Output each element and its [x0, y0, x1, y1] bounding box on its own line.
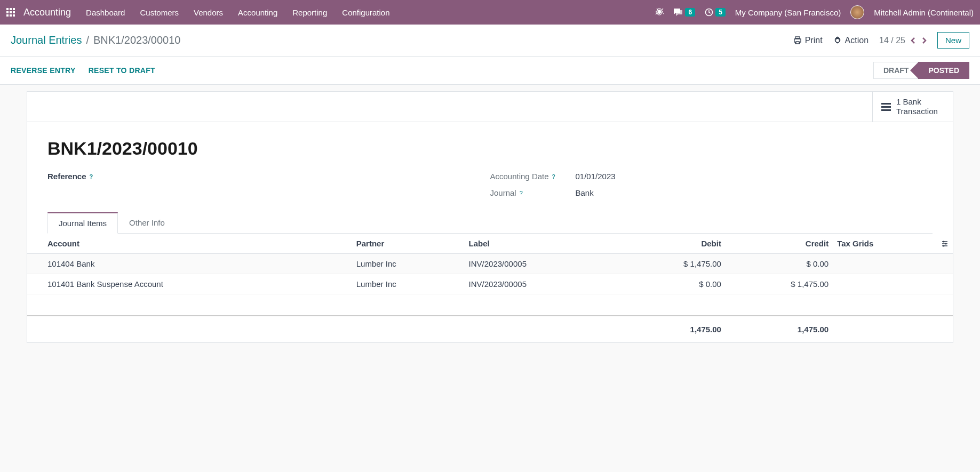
nav-reporting[interactable]: Reporting	[292, 8, 327, 17]
journal-label: Journal?	[490, 188, 576, 197]
svg-point-4	[943, 245, 945, 246]
app-name[interactable]: Accounting	[23, 7, 71, 18]
svg-point-3	[945, 243, 947, 244]
nav-accounting[interactable]: Accounting	[238, 8, 277, 17]
status-bar: REVERSE ENTRY RESET TO DRAFT DRAFT POSTE…	[0, 57, 980, 85]
nav-configuration[interactable]: Configuration	[342, 8, 389, 17]
journal-value[interactable]: Bank	[576, 188, 594, 197]
print-label: Print	[805, 36, 823, 45]
breadcrumb-parent[interactable]: Journal Entries	[11, 34, 82, 46]
journal-items-table: Account Partner Label Debit Credit Tax G…	[27, 234, 953, 342]
pager-prev[interactable]	[911, 37, 916, 44]
cell-tax	[833, 274, 937, 294]
columns-adjust-icon[interactable]	[937, 234, 953, 254]
messages-badge: 6	[685, 8, 695, 17]
nav-customers[interactable]: Customers	[140, 8, 179, 17]
messages-icon[interactable]: 6	[673, 8, 695, 17]
cell-label: INV/2023/00005	[465, 274, 618, 294]
help-icon[interactable]: ?	[520, 190, 523, 196]
reset-to-draft-button[interactable]: RESET TO DRAFT	[89, 66, 155, 75]
col-account: Account	[27, 234, 352, 254]
total-debit: 1,475.00	[618, 316, 726, 342]
nav-menu: Dashboard Customers Vendors Accounting R…	[86, 8, 389, 17]
activity-badge: 5	[715, 8, 726, 17]
help-icon[interactable]: ?	[552, 173, 555, 180]
help-icon[interactable]: ?	[90, 173, 93, 180]
pager-text: 14 / 25	[879, 36, 905, 45]
user-menu[interactable]: Mitchell Admin (Continental)	[874, 8, 974, 17]
breadcrumb-bar: Journal Entries / BNK1/2023/00010 Print …	[0, 25, 980, 57]
bank-transaction-button[interactable]: 1 Bank Transaction	[872, 92, 953, 122]
reverse-entry-button[interactable]: REVERSE ENTRY	[11, 66, 76, 75]
record-title: BNK1/2023/00010	[47, 138, 933, 159]
cell-partner: Lumber Inc	[352, 274, 465, 294]
cell-debit: $ 1,475.00	[618, 254, 726, 274]
col-partner: Partner	[352, 234, 465, 254]
table-row[interactable]: 101404 Bank Lumber Inc INV/2023/00005 $ …	[27, 254, 953, 274]
accounting-date-value[interactable]: 01/01/2023	[576, 172, 616, 181]
action-button[interactable]: Action	[833, 36, 869, 45]
debug-icon[interactable]	[655, 8, 664, 17]
cell-label: INV/2023/00005	[465, 254, 618, 274]
avatar[interactable]	[850, 5, 864, 19]
reference-label: Reference?	[47, 172, 133, 181]
cell-debit: $ 0.00	[618, 274, 726, 294]
status-posted[interactable]: POSTED	[918, 62, 969, 79]
bank-transaction-label: 1 Bank Transaction	[896, 97, 944, 116]
accounting-date-label: Accounting Date?	[490, 172, 576, 181]
pager-next[interactable]	[921, 37, 927, 44]
cell-credit: $ 0.00	[726, 254, 833, 274]
nav-vendors[interactable]: Vendors	[194, 8, 223, 17]
apps-icon[interactable]	[6, 8, 15, 17]
svg-point-2	[943, 241, 945, 242]
breadcrumb-current: BNK1/2023/00010	[93, 34, 180, 46]
col-debit: Debit	[618, 234, 726, 254]
total-credit: 1,475.00	[726, 316, 833, 342]
svg-point-0	[658, 10, 661, 14]
list-icon	[881, 103, 891, 111]
action-label: Action	[845, 36, 869, 45]
cell-tax	[833, 254, 937, 274]
status-pills: DRAFT POSTED	[873, 62, 969, 79]
breadcrumb-sep: /	[86, 34, 89, 46]
tab-other-info[interactable]: Other Info	[118, 212, 176, 234]
table-row[interactable]: 101401 Bank Suspense Account Lumber Inc …	[27, 274, 953, 294]
tab-journal-items[interactable]: Journal Items	[47, 212, 118, 234]
main-navbar: Accounting Dashboard Customers Vendors A…	[0, 0, 980, 25]
company-selector[interactable]: My Company (San Francisco)	[735, 8, 841, 17]
activity-icon[interactable]: 5	[705, 8, 726, 17]
cell-credit: $ 1,475.00	[726, 274, 833, 294]
nav-dashboard[interactable]: Dashboard	[86, 8, 125, 17]
col-tax-grids: Tax Grids	[833, 234, 937, 254]
cell-account: 101401 Bank Suspense Account	[27, 274, 352, 294]
print-button[interactable]: Print	[793, 36, 823, 45]
tabs: Journal Items Other Info	[47, 212, 933, 234]
col-label: Label	[465, 234, 618, 254]
record-card: 1 Bank Transaction BNK1/2023/00010 Refer…	[27, 91, 953, 343]
cell-account: 101404 Bank	[27, 254, 352, 274]
new-button[interactable]: New	[937, 32, 969, 49]
col-credit: Credit	[726, 234, 833, 254]
totals-row: 1,475.00 1,475.00	[27, 316, 953, 342]
cell-partner: Lumber Inc	[352, 254, 465, 274]
